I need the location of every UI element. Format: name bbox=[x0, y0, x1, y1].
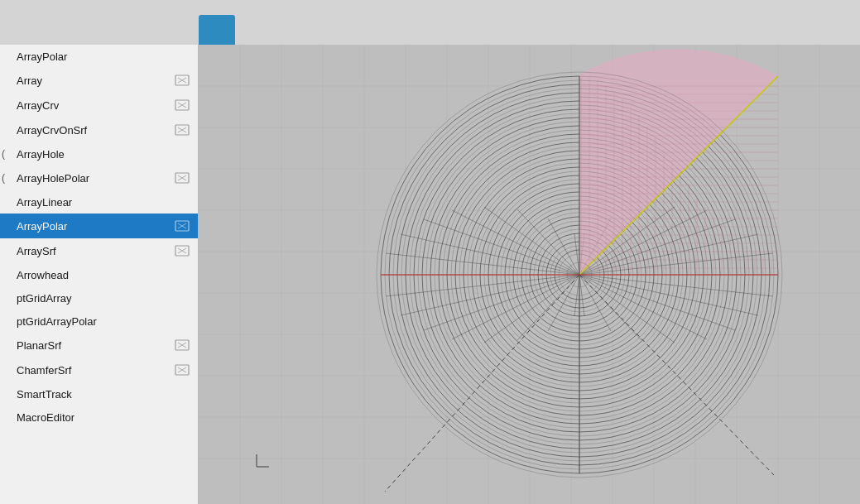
command-label-PlanarSrf: PlanarSrf bbox=[17, 339, 170, 352]
command-item-ArrayHole[interactable]: (ArrayHole bbox=[0, 142, 198, 166]
command-item-MacroEditor[interactable]: MacroEditor bbox=[0, 406, 198, 429]
command-item-ArrayHolePolar[interactable]: (ArrayHolePolar bbox=[0, 166, 198, 190]
viewport-canvas bbox=[199, 45, 860, 504]
command-label-ArrayLinear: ArrayLinear bbox=[17, 196, 191, 209]
command-item-Array[interactable]: Array bbox=[0, 68, 198, 93]
command-item-PlanarSrf[interactable]: PlanarSrf bbox=[0, 333, 198, 358]
command-label-ptGridArray: ptGridArray bbox=[17, 292, 191, 305]
command-label-ArrayPolar: ArrayPolar bbox=[17, 220, 170, 233]
command-label-ArrayHole: ArrayHole bbox=[17, 148, 191, 161]
command-item-ArrayLinear[interactable]: ArrayLinear bbox=[0, 190, 198, 214]
command-item-ArrayCrv[interactable]: ArrayCrv bbox=[0, 93, 198, 118]
viewport[interactable] bbox=[199, 45, 860, 504]
command-label-Array: Array bbox=[17, 74, 170, 87]
command-icon-Array bbox=[173, 71, 191, 89]
command-label-ArraySrf: ArraySrf bbox=[17, 245, 170, 257]
left-symbol-ArrayHole: ( bbox=[2, 148, 5, 160]
command-list: ArrayPolarArray ArrayCrv ArrayCrvOnSrf (… bbox=[0, 45, 198, 429]
command-item-SmartTrack[interactable]: SmartTrack bbox=[0, 382, 198, 406]
command-label-ptGridArrayPolar: ptGridArrayPolar bbox=[17, 315, 191, 328]
command-icon-ChamferSrf bbox=[173, 361, 191, 379]
command-label-SmartTrack: SmartTrack bbox=[17, 388, 191, 401]
command-label-MacroEditor: MacroEditor bbox=[17, 411, 191, 424]
command-item-Arrowhead[interactable]: Arrowhead bbox=[0, 263, 198, 286]
command-label-ArrayCrv: ArrayCrv bbox=[17, 99, 170, 112]
command-label-ArrayCrvOnSrf: ArrayCrvOnSrf bbox=[17, 124, 170, 137]
top-viewport-tab[interactable] bbox=[199, 15, 235, 45]
command-item-ptGridArray[interactable]: ptGridArray bbox=[0, 286, 198, 310]
main-area: ArrayPolarArray ArrayCrv ArrayCrvOnSrf (… bbox=[0, 45, 860, 504]
command-item-ArrayPolar-top[interactable]: ArrayPolar bbox=[0, 45, 198, 68]
command-item-ArrayPolar[interactable]: ArrayPolar bbox=[0, 214, 198, 238]
command-list-panel: ArrayPolarArray ArrayCrv ArrayCrvOnSrf (… bbox=[0, 45, 199, 504]
command-label-Arrowhead: Arrowhead bbox=[17, 269, 191, 281]
command-icon-ArrayPolar bbox=[173, 217, 191, 235]
command-item-ArrayCrvOnSrf[interactable]: ArrayCrvOnSrf bbox=[0, 118, 198, 142]
command-icon-PlanarSrf bbox=[173, 336, 191, 354]
command-icon-ArrayHolePolar bbox=[173, 169, 191, 187]
command-icon-ArrayCrvOnSrf bbox=[173, 121, 191, 139]
command-label-ArrayHolePolar: ArrayHolePolar bbox=[17, 172, 170, 185]
command-item-ArraySrf[interactable]: ArraySrf bbox=[0, 238, 198, 263]
command-label-ChamferSrf: ChamferSrf bbox=[17, 364, 170, 377]
command-item-ChamferSrf[interactable]: ChamferSrf bbox=[0, 358, 198, 382]
command-icon-ArraySrf bbox=[173, 242, 191, 260]
command-item-ptGridArrayPolar[interactable]: ptGridArrayPolar bbox=[0, 310, 198, 333]
command-label-ArrayPolar-top: ArrayPolar bbox=[17, 50, 191, 63]
polar-array-visualization bbox=[199, 45, 860, 504]
command-icon-ArrayCrv bbox=[173, 96, 191, 114]
top-bar bbox=[0, 0, 860, 45]
left-symbol-ArrayHolePolar: ( bbox=[2, 172, 5, 184]
